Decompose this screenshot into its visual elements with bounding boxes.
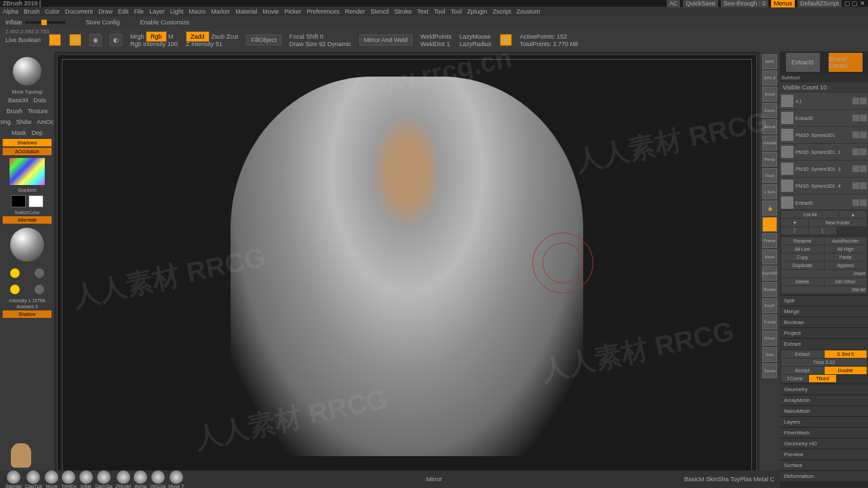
menu-transform[interactable]: Tool xyxy=(450,8,462,15)
delother-button[interactable]: Del Other xyxy=(825,278,867,285)
brush-icon[interactable] xyxy=(860,115,867,121)
alternate-button[interactable]: Alternate xyxy=(3,216,52,224)
light2-icon[interactable] xyxy=(35,268,44,278)
lazymouse-button[interactable]: LazyMouse xyxy=(459,33,491,40)
menu-zplugin[interactable]: Zplugin xyxy=(467,8,488,15)
menu-render[interactable]: Render xyxy=(345,8,366,15)
eye-icon[interactable] xyxy=(852,182,859,189)
menu-stencil[interactable]: Stencil xyxy=(370,8,389,15)
eye-icon[interactable] xyxy=(852,148,859,155)
menu-edit[interactable]: Edit xyxy=(118,8,129,15)
switch-color-button[interactable]: SwitchColor xyxy=(3,210,52,215)
menu-texture[interactable]: Text xyxy=(417,8,429,15)
polycount-icon[interactable]: ▦ xyxy=(500,34,512,46)
shadows-button[interactable]: Shadows xyxy=(3,139,52,146)
brush-icon[interactable] xyxy=(860,148,867,155)
brush-icon[interactable] xyxy=(860,199,867,206)
menu-brush[interactable]: Brush xyxy=(24,8,40,15)
duplicate-button[interactable]: Duplicate xyxy=(781,262,824,269)
boolean-section[interactable]: Boolean xyxy=(780,317,868,327)
eye-icon[interactable] xyxy=(852,131,859,138)
brush-move[interactable] xyxy=(45,470,58,484)
shelf-frame[interactable]: Frame xyxy=(762,233,777,248)
gizmo-button[interactable]: ◉ xyxy=(90,34,102,46)
nanomesh-section[interactable]: NanoMesh xyxy=(780,405,868,416)
autoreorder-button[interactable]: AutoReorder xyxy=(825,237,867,245)
shelf-zoom3d[interactable]: Zoom3D xyxy=(762,266,777,281)
fibermesh-section[interactable]: FiberMesh xyxy=(780,427,868,438)
m-button[interactable]: M xyxy=(168,33,174,40)
brush-icon[interactable] xyxy=(860,182,867,189)
weld-dist-slider[interactable]: WeldDist 1 xyxy=(420,41,451,47)
material-list[interactable]: BasicM SkinSha ToyPlas Metal C xyxy=(684,476,774,483)
deformation-section[interactable]: Deformation xyxy=(780,470,868,481)
allhigh-button[interactable]: All High xyxy=(825,245,867,253)
menu-tool[interactable]: Tool xyxy=(434,8,446,15)
menus-button[interactable]: Menus xyxy=(771,0,795,7)
brush-label[interactable]: Brush xyxy=(6,108,22,115)
menu-draw[interactable]: Draw xyxy=(98,8,113,15)
tool-thumbnail[interactable] xyxy=(13,57,41,85)
shelf-xyz[interactable]: Xyz xyxy=(762,217,777,232)
weld-points-button[interactable]: WeldPoints xyxy=(420,33,451,40)
shelf-transp[interactable]: Transp xyxy=(762,314,777,329)
amoc-btn[interactable]: AmOc xyxy=(37,119,54,125)
eye-icon[interactable] xyxy=(852,98,859,104)
shelf-aahalf[interactable]: AAHalf xyxy=(762,136,777,150)
subtool-item[interactable]: PM3D_Sphere3D1_4 xyxy=(780,178,868,194)
quicksave-button[interactable]: QuickSave xyxy=(683,0,718,7)
layers-section[interactable]: Layers xyxy=(780,416,868,427)
ssmt-slider[interactable]: S Smt 5 xyxy=(825,350,867,358)
subtool-item[interactable]: Extract5 xyxy=(780,195,868,209)
gradient-label[interactable]: Gradient xyxy=(3,188,52,192)
arraymesh-section[interactable]: ArrayMesh xyxy=(780,394,868,405)
subtool-item[interactable]: Extract0 xyxy=(780,110,868,126)
light4-icon[interactable] xyxy=(35,285,44,294)
dep-btn[interactable]: Dep xyxy=(32,129,43,136)
viewport[interactable]: www.rrcg.cn 人人素材 RRCG 人人素材 RRCG 人人素材 RRC… xyxy=(57,54,757,479)
z-intensity-slider[interactable]: Z Intensity 51 xyxy=(186,41,238,47)
subtool-item[interactable]: PM3D_Sphere3D1 xyxy=(780,127,868,143)
menu-color[interactable]: Color xyxy=(45,8,60,15)
zcut-button[interactable]: Zcut xyxy=(226,33,239,40)
brush-zmodeler[interactable] xyxy=(117,470,130,484)
aocclusion-button[interactable]: AOcclusion xyxy=(3,148,52,155)
eye-icon[interactable] xyxy=(852,165,859,172)
project-section[interactable]: Project xyxy=(780,327,868,338)
shdw-btn[interactable]: Shdw xyxy=(16,119,32,125)
brush-trimdynamic[interactable] xyxy=(62,470,75,484)
subtool-item[interactable]: 4.1 xyxy=(780,93,868,109)
list-all-button[interactable]: List All xyxy=(781,211,839,218)
brush-icon[interactable] xyxy=(860,131,867,138)
store-config-button[interactable]: Store Config xyxy=(86,19,120,26)
fill-object-button[interactable]: FillObject xyxy=(246,35,281,45)
shelf-scroll[interactable]: Scroll xyxy=(762,87,777,102)
light1-icon[interactable] xyxy=(10,268,20,278)
shelf-ghost[interactable]: Ghost xyxy=(762,331,777,346)
extract-button[interactable]: Extract xyxy=(781,350,824,358)
menu-light[interactable]: Light xyxy=(170,8,184,15)
brush-standard[interactable] xyxy=(7,470,20,484)
menu-stroke[interactable]: Stroke xyxy=(394,8,412,15)
color-picker[interactable] xyxy=(9,158,45,185)
primary-color-swatch[interactable] xyxy=(28,195,43,207)
move-up-icon[interactable]: ⤴ xyxy=(781,227,808,235)
merge-section[interactable]: Merge xyxy=(780,306,868,317)
brush-alpha[interactable] xyxy=(134,470,147,484)
lazyradius-slider[interactable]: LazyRadius xyxy=(459,41,491,47)
brush-claytubes[interactable] xyxy=(26,470,40,484)
tool-extract5[interactable]: Extract5 xyxy=(786,53,820,72)
rename-button[interactable]: Rename xyxy=(781,237,824,245)
subtool-item[interactable]: PM3D_Sphere3D1_3 xyxy=(780,161,868,177)
mrgb-button[interactable]: Mrgb xyxy=(130,33,144,40)
dynamic-button[interactable]: Dynamic xyxy=(328,41,351,47)
move-down-icon[interactable]: ⤵ xyxy=(809,227,836,235)
menu-movie[interactable]: Movie xyxy=(262,8,279,15)
accept-button[interactable]: Accept xyxy=(781,367,824,374)
delete-button[interactable]: Delete xyxy=(781,278,824,285)
surface-section[interactable]: Surface xyxy=(780,460,868,470)
zsub-button[interactable]: Zsub xyxy=(211,33,224,40)
shelf-zoom[interactable]: Zoom xyxy=(762,103,777,118)
shelf-lsym[interactable]: L.Sym xyxy=(762,184,777,199)
menu-layer[interactable]: Layer xyxy=(149,8,165,15)
